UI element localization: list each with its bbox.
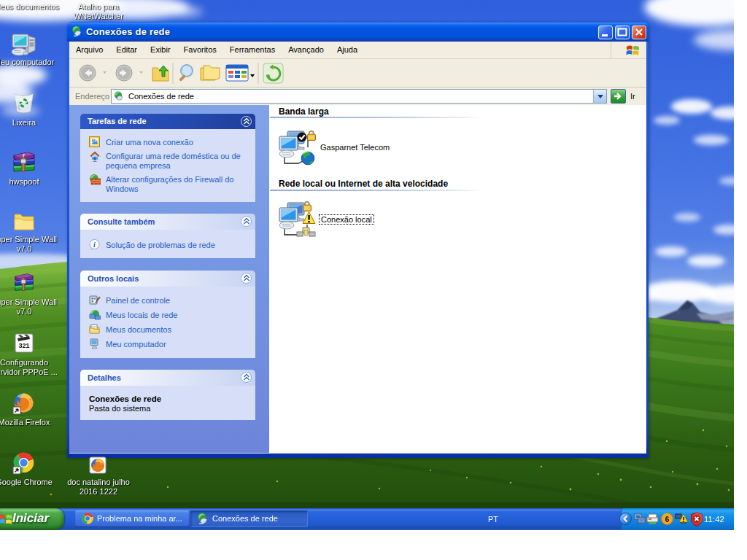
svg-text:6: 6 bbox=[665, 516, 670, 524]
svg-text:11:42: 11:42 bbox=[704, 515, 724, 524]
svg-text:321: 321 bbox=[18, 342, 29, 349]
